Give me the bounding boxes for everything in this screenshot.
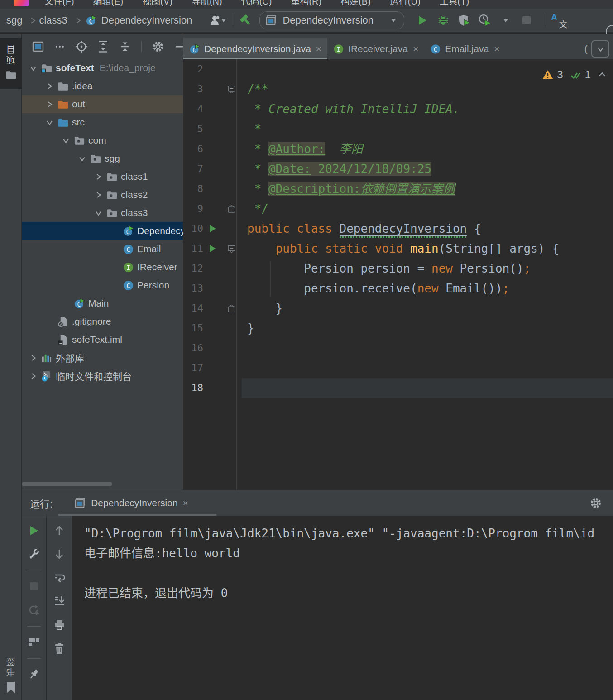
menu-item[interactable]: 运行(U) [390,0,421,7]
wrench-icon[interactable] [27,547,41,561]
breadcrumb-class[interactable]: DependecyInversion [101,14,192,26]
tree-row-email[interactable]: CEmail [22,240,183,258]
expand-all-icon[interactable] [97,40,110,53]
tree-chevron-icon[interactable] [27,373,39,379]
code-text[interactable] [242,378,613,398]
code-text[interactable]: } [242,298,613,318]
code-text[interactable]: * @Description:依赖倒置演示案例 [242,179,613,199]
user-caret-icon[interactable] [220,13,227,28]
play-icon[interactable] [415,13,430,28]
tree-row-com[interactable]: com [22,131,183,149]
menu-item[interactable]: 编辑(E) [93,0,124,7]
close-icon[interactable]: × [316,43,321,54]
menu-item[interactable]: 重构(R) [291,0,321,7]
print-icon[interactable] [52,618,67,632]
down-icon[interactable] [52,547,67,561]
run-line-icon[interactable] [203,219,221,239]
code-text[interactable]: * Created with IntelliJ IDEA. [242,99,613,119]
code-editor[interactable]: 23/**4 * Created with IntelliJ IDEA.5 *6… [183,59,613,490]
tree-chevron-icon[interactable] [43,83,55,90]
tree-row-ireceiver[interactable]: IIReceiver [22,258,183,276]
tree-row-sofetext.iml[interactable]: sofeText.iml [22,331,183,349]
code-text[interactable]: persion.receive(new Email()); [242,278,613,298]
tree-chevron-icon[interactable] [27,65,39,72]
breadcrumb-item[interactable]: sgg [6,14,22,26]
horizontal-scrollbar[interactable] [22,482,112,486]
tree-row-.gitignore[interactable]: .gitignore [22,312,183,331]
tree-row-sgg[interactable]: sgg [22,149,183,168]
code-text[interactable]: Persion persion = new Persion(); [242,259,613,278]
code-text[interactable]: public static void main(String[] args) { [242,239,613,259]
collapse-all-icon[interactable] [119,40,131,53]
tree-row-class3[interactable]: class3 [22,204,183,222]
tree-row-persion[interactable]: CPersion [22,276,183,294]
gear-icon[interactable] [152,40,164,53]
tree-row-.idea[interactable]: .idea [22,77,183,95]
code-text[interactable]: * @Date: 2024/12/18/09:25 [242,159,613,179]
breadcrumb-item[interactable]: class3 [39,14,67,26]
editor-tab-dependecyinversion.java[interactable]: CDependecyInversion.java× [183,38,327,59]
tree-chevron-icon[interactable] [92,210,104,216]
editor-tab-ireceiver.java[interactable]: IIReceiver.java× [327,38,424,59]
stop-icon[interactable] [519,13,534,28]
build-hammer-icon[interactable] [239,13,253,28]
layout-icon[interactable] [27,635,41,649]
close-icon[interactable]: × [413,43,418,54]
close-icon[interactable]: × [183,498,188,508]
code-text[interactable]: */ [242,199,613,219]
tree-row-dependecyinversion[interactable]: CDependecyInversion [22,222,183,240]
pin-icon[interactable] [27,667,41,681]
tree-chevron-icon[interactable] [92,192,104,198]
shield-play-icon[interactable] [457,13,471,28]
tree-chevron-icon[interactable] [60,137,72,144]
run-configuration-select[interactable]: DependecyInversion [259,11,404,29]
tree-row-临时文件和控制台[interactable]: 临时文件和控制台 [22,367,183,385]
run-tab[interactable]: DependecyInversion × [74,497,188,509]
menu-item[interactable]: 文件(F) [44,0,74,7]
tool-window-button-bookmarks[interactable]: 书签 [0,656,22,695]
tree-row-src[interactable]: src [22,113,183,131]
tree-row-sofetext[interactable]: sofeTextE:\idea_proje [22,59,183,77]
rerun-icon[interactable] [27,603,41,617]
view-toggle-icon[interactable] [32,40,44,53]
stop-dim-icon[interactable] [27,579,41,594]
tree-chevron-icon[interactable] [27,355,39,361]
inspections-widget[interactable]: 3 1 [542,65,608,85]
code-text[interactable]: } [242,318,613,338]
locate-icon[interactable] [75,40,88,53]
code-text[interactable] [242,338,613,358]
code-text[interactable]: * [242,119,613,139]
tree-chevron-icon[interactable] [76,155,88,162]
gear-icon[interactable] [589,496,603,510]
scrollend-icon[interactable] [52,594,67,609]
tree-chevron-icon[interactable] [43,101,55,108]
minus-icon[interactable] [173,40,183,53]
fold-marker-icon[interactable] [221,298,242,318]
close-icon[interactable]: × [494,43,499,54]
tree-row-外部库[interactable]: 外部库 [22,349,183,367]
bug-icon[interactable] [436,13,450,28]
softwrap-icon[interactable] [52,571,67,585]
fold-marker-icon[interactable] [221,199,242,219]
tree-row-out[interactable]: out [22,95,183,113]
dots-icon[interactable] [53,40,66,53]
tree-row-class1[interactable]: class1 [22,168,183,186]
menu-item[interactable]: 代码(C) [241,0,272,7]
tree-chevron-icon[interactable] [92,173,104,180]
tree-row-main[interactable]: CMain [22,294,183,312]
tree-row-class2[interactable]: class2 [22,186,183,204]
caret-down-icon[interactable] [498,13,513,28]
menu-item[interactable]: 工具(T) [440,0,469,7]
code-text[interactable]: * @Author: 李阳 [242,139,613,159]
chevron-up-icon[interactable] [597,69,608,80]
tool-window-button-project[interactable]: 项目 [0,38,22,89]
menu-item[interactable]: 视图(V) [142,0,172,7]
editor-tab-email.java[interactable]: CEmail.java× [424,38,505,59]
tabs-dropdown-button[interactable] [591,40,609,58]
up-icon[interactable] [52,523,67,538]
play-icon[interactable] [27,523,41,538]
tree-chevron-icon[interactable] [43,119,55,126]
menu-item[interactable]: 导航(N) [192,0,222,7]
run-line-icon[interactable] [203,239,221,259]
menu-item[interactable]: 构建(B) [340,0,371,7]
